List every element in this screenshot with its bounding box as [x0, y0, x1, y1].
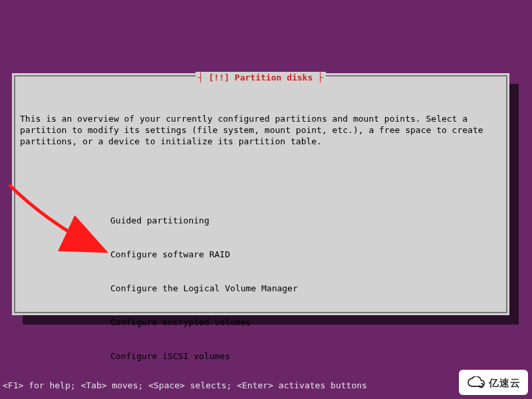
title-bang: [!!]: [209, 72, 229, 82]
cloud-icon: [466, 376, 486, 388]
partition-menu[interactable]: Guided partitioning Configure software R…: [20, 192, 501, 399]
title-text: Partition disks: [235, 72, 313, 82]
dialog-body: This is an overview of your currently co…: [20, 90, 501, 307]
menu-lvm[interactable]: Configure the Logical Volume Manager: [20, 283, 501, 294]
menu-raid[interactable]: Configure software RAID: [20, 249, 501, 260]
installer-screen: ┤ [!!] Partition disks ├ This is an over…: [0, 0, 532, 399]
watermark-text: 亿速云: [489, 377, 521, 388]
menu-iscsi[interactable]: Configure iSCSI volumes: [20, 350, 501, 362]
title-decor-right: ├: [318, 72, 323, 82]
menu-guided[interactable]: Guided partitioning: [20, 215, 501, 226]
dialog-title: ┤ [!!] Partition disks ├: [196, 72, 326, 83]
intro-text: This is an overview of your currently co…: [20, 113, 501, 147]
menu-encrypted[interactable]: Configure encrypted volumes: [20, 317, 501, 328]
partition-dialog: ┤ [!!] Partition disks ├ This is an over…: [12, 73, 509, 315]
help-bar: <F1> for help; <Tab> moves; <Space> sele…: [3, 380, 367, 391]
title-decor-left: ┤: [198, 72, 203, 82]
watermark-badge: 亿速云: [459, 370, 528, 395]
